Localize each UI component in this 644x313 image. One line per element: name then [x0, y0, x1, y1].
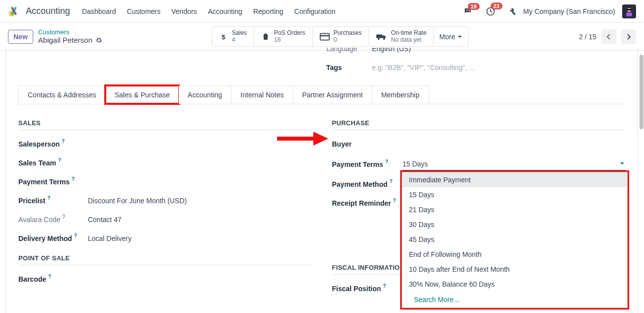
tools-button[interactable] — [507, 7, 516, 16]
new-button[interactable]: New — [8, 30, 33, 44]
dropdown-search-more[interactable]: Search More... — [402, 292, 628, 308]
pricelist-label: Pricelist? — [18, 197, 88, 205]
stat-ontime-rate[interactable]: On-time RateNo data yet — [369, 27, 433, 47]
avalara-code-value[interactable]: Contact 47 — [88, 216, 312, 224]
nav-dashboard[interactable]: Dashboard — [82, 7, 116, 15]
pager-prev-button[interactable] — [601, 29, 616, 44]
salesperson-label: Salesperson? — [18, 140, 88, 148]
help-icon[interactable]: ? — [47, 195, 50, 201]
svg-point-15 — [378, 38, 380, 40]
dropdown-option[interactable]: Immediate Payment — [402, 172, 628, 187]
delivery-method-value[interactable]: Local Delivery — [88, 235, 312, 242]
help-icon[interactable]: ? — [58, 157, 61, 163]
pager-text[interactable]: 2 / 15 — [579, 33, 596, 41]
nav-reporting[interactable]: Reporting — [253, 7, 284, 15]
sales-payment-terms-label: Payment Terms? — [18, 178, 88, 186]
scrollbar[interactable] — [640, 55, 644, 129]
pager: 2 / 15 — [579, 29, 636, 44]
tab-internal-notes[interactable]: Internal Notes — [231, 85, 293, 104]
nav-vendors[interactable]: Vendors — [171, 7, 197, 15]
avalara-code-label: Avalara Code? — [18, 216, 88, 224]
pricelist-value[interactable]: Discount For June Month (USD) — [88, 197, 312, 205]
svg-point-16 — [383, 38, 385, 40]
dropdown-option[interactable]: 30% Now, Balance 60 Days — [402, 277, 628, 292]
pager-next-button[interactable] — [621, 29, 636, 44]
breadcrumb: Customers Abigail Peterson — [38, 28, 102, 45]
language-label: Language — [326, 48, 372, 53]
topbar: Accounting Dashboard Customers Vendors A… — [0, 0, 644, 23]
svg-rect-9 — [626, 12, 632, 16]
messages-button[interactable]: 19 — [463, 7, 473, 16]
payment-method-label: Payment Method? — [332, 180, 402, 188]
tags-input[interactable]: e.g. "B2B", "VIP", "Consulting", ... — [372, 64, 475, 72]
svg-rect-12 — [320, 33, 329, 40]
nav-configuration[interactable]: Configuration — [294, 7, 336, 15]
breadcrumb-parent[interactable]: Customers — [38, 28, 102, 36]
truck-icon — [376, 33, 387, 41]
tab-sales-purchase[interactable]: Sales & Purchase — [105, 85, 179, 104]
purchase-payment-terms-dropdown[interactable]: Immediate Payment 15 Days 21 Days 30 Day… — [402, 158, 626, 170]
stat-buttons: $ Sales4 PoS Orders16 Purchases0 On-time… — [212, 26, 434, 47]
app-logo-icon — [8, 5, 20, 17]
nav-menu: Dashboard Customers Vendors Accounting R… — [82, 7, 336, 15]
chevron-left-icon — [606, 34, 612, 40]
language-value[interactable]: English (US) — [372, 48, 411, 53]
help-icon[interactable]: ? — [390, 179, 393, 184]
svg-rect-14 — [376, 34, 382, 38]
caret-down-icon[interactable] — [620, 161, 625, 166]
credit-card-icon — [320, 33, 330, 41]
tab-membership[interactable]: Membership — [372, 85, 429, 104]
tab-accounting[interactable]: Accounting — [179, 85, 231, 104]
help-icon[interactable]: ? — [385, 159, 388, 164]
sales-team-label: Sales Team? — [18, 159, 88, 167]
stat-sales[interactable]: $ Sales4 — [212, 27, 254, 47]
dropdown-option[interactable]: 21 Days — [402, 202, 628, 217]
help-icon[interactable]: ? — [48, 274, 51, 279]
annotation-arrow-icon — [275, 129, 329, 149]
dropdown-option[interactable]: 15 Days — [402, 187, 628, 202]
tab-contacts-addresses[interactable]: Contacts & Addresses — [18, 85, 106, 104]
svg-text:$: $ — [221, 33, 225, 40]
caret-down-icon — [457, 34, 462, 39]
dropdown-option[interactable]: 10 Days after End of Next Month — [402, 262, 628, 277]
dropdown-option[interactable]: End of Following Month — [402, 247, 628, 262]
chevron-right-icon — [626, 34, 632, 40]
fiscal-position-label: Fiscal Position? — [332, 285, 402, 293]
form-sheet: Language English (US) Tags e.g. "B2B", "… — [6, 48, 638, 313]
tab-partner-assignment[interactable]: Partner Assignment — [293, 85, 372, 104]
activities-badge: 23 — [491, 2, 502, 9]
help-icon[interactable]: ? — [393, 198, 396, 203]
gear-icon[interactable] — [95, 37, 102, 44]
sales-column: SALES Salesperson? Sales Team? Payment T… — [18, 119, 312, 303]
messages-badge: 19 — [468, 3, 480, 10]
help-icon[interactable]: ? — [383, 283, 386, 289]
dollar-icon: $ — [219, 32, 228, 41]
delivery-method-label: Delivery Method? — [18, 235, 88, 242]
help-icon[interactable]: ? — [74, 233, 77, 238]
breadcrumb-current: Abigail Peterson — [38, 36, 92, 45]
nav-customers[interactable]: Customers — [127, 7, 161, 15]
more-button[interactable]: More — [433, 26, 469, 47]
app-name[interactable]: Accounting — [26, 6, 70, 16]
nav-accounting[interactable]: Accounting — [208, 7, 242, 15]
help-icon[interactable]: ? — [72, 176, 74, 182]
pos-section-title: POINT OF SALE — [18, 254, 312, 265]
dropdown-option[interactable]: 45 Days — [402, 232, 628, 247]
purchase-payment-terms-input[interactable] — [402, 158, 626, 170]
help-icon[interactable]: ? — [63, 214, 66, 220]
avatar[interactable] — [622, 4, 636, 18]
receipt-reminder-label: Receipt Reminder? — [332, 199, 402, 207]
purchase-section-title: PURCHASE — [332, 119, 626, 130]
user-avatar-icon — [623, 5, 635, 17]
help-icon[interactable]: ? — [62, 139, 65, 144]
activities-button[interactable]: 23 — [486, 6, 496, 16]
stat-purchases[interactable]: Purchases0 — [313, 27, 369, 47]
company-switcher[interactable]: My Company (San Francisco) — [523, 7, 615, 15]
barcode-label: Barcode? — [18, 275, 88, 283]
sales-section-title: SALES — [18, 119, 312, 130]
tags-label: Tags — [326, 64, 372, 72]
dropdown-option[interactable]: 30 Days — [402, 217, 628, 232]
shopping-bag-icon — [261, 32, 270, 41]
stat-pos-orders[interactable]: PoS Orders16 — [254, 27, 313, 47]
wrench-icon — [507, 7, 516, 16]
